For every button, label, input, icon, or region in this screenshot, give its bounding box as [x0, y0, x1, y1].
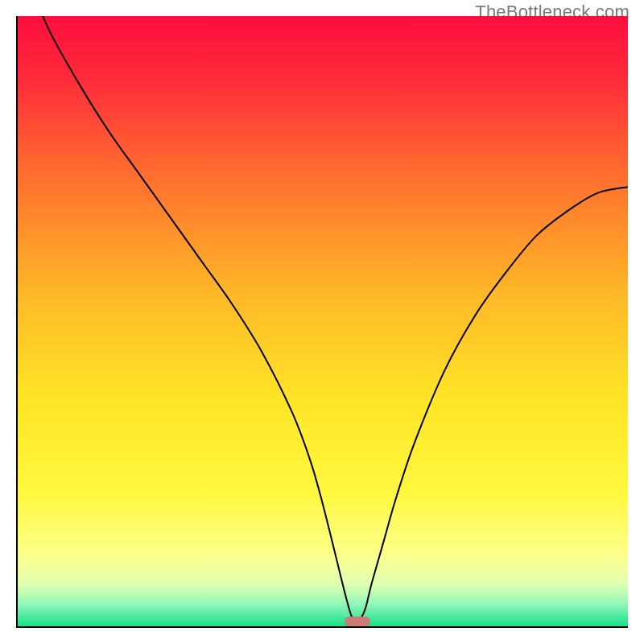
minimum-marker	[345, 617, 370, 626]
gradient-background	[18, 16, 628, 626]
chart-stage: TheBottleneck.com	[0, 0, 644, 644]
bottleneck-curve	[18, 16, 628, 626]
plot-area	[16, 16, 628, 628]
